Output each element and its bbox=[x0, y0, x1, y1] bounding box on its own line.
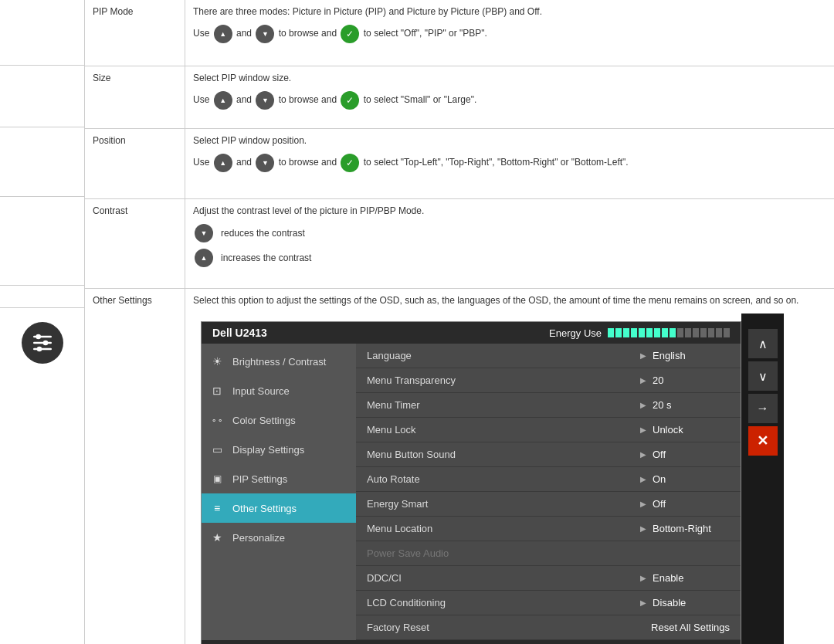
size-label: Size bbox=[85, 66, 185, 128]
panel-value-language: English bbox=[653, 350, 730, 361]
nav-right-button[interactable]: → bbox=[748, 394, 778, 423]
menu-item-input[interactable]: ⊡ Input Source bbox=[202, 376, 356, 405]
panel-row-ddc: DDC/CI ▶ Enable bbox=[356, 566, 741, 591]
menu-item-other[interactable]: ≡ Other Settings bbox=[202, 493, 356, 523]
osd-energy-section: Energy Use bbox=[549, 327, 730, 339]
osd-body: ☀ Brightness / Contrast ⊡ Input Source ⚬… bbox=[202, 344, 741, 640]
panel-value-lock: Unlock bbox=[653, 424, 730, 436]
energy-seg-5 bbox=[639, 328, 645, 337]
nav-down-button[interactable]: ∨ bbox=[748, 361, 778, 391]
contrast-content: Adjust the contrast level of the picture… bbox=[185, 199, 834, 288]
osd-left-menu: ☀ Brightness / Contrast ⊡ Input Source ⚬… bbox=[202, 344, 356, 640]
nav-buttons-panel: ∧ ∨ → ✕ bbox=[741, 314, 784, 644]
contrast-label: Contrast bbox=[85, 199, 185, 288]
panel-row-location: Menu Location ▶ Bottom-Right bbox=[356, 517, 741, 541]
panel-row-energy: Energy Smart ▶ Off bbox=[356, 492, 741, 517]
panel-label-transparency: Menu Transparency bbox=[367, 375, 634, 386]
menu-label-pip: PIP Settings bbox=[232, 473, 287, 485]
osd-footer: ⬛ Resolution: 1920 x 1200 @ 60Hz bbox=[202, 640, 741, 644]
panel-row-factory: Factory Reset Reset All Settings bbox=[356, 615, 741, 640]
up-circle-contrast bbox=[195, 249, 213, 267]
sliders-icon bbox=[30, 330, 55, 355]
panel-label-energy: Energy Smart bbox=[367, 498, 634, 510]
menu-item-brightness[interactable]: ☀ Brightness / Contrast bbox=[202, 347, 356, 376]
up-circle-3 bbox=[214, 154, 232, 172]
other-settings-icon-cell bbox=[0, 308, 84, 644]
osd-model-name: Dell U2413 bbox=[212, 327, 267, 339]
check-circle-2 bbox=[341, 91, 359, 110]
display-icon: ▭ bbox=[209, 442, 225, 457]
svg-rect-2 bbox=[33, 348, 52, 351]
panel-value-sound: Off bbox=[653, 449, 730, 460]
energy-seg-4 bbox=[631, 328, 637, 337]
panel-row-language: Language ▶ English bbox=[356, 344, 741, 368]
other-settings-content: Select this option to adjust the setting… bbox=[185, 289, 834, 644]
panel-label-lcd: LCD Conditioning bbox=[367, 597, 634, 608]
energy-seg-3 bbox=[623, 328, 629, 337]
nav-close-button[interactable]: ✕ bbox=[748, 426, 778, 456]
menu-label-other: Other Settings bbox=[232, 503, 297, 514]
arrow-energy: ▶ bbox=[640, 500, 646, 508]
osd-panel: Dell U2413 Energy Use bbox=[201, 321, 741, 644]
input-icon: ⊡ bbox=[209, 383, 225, 398]
nav-up-button[interactable]: ∧ bbox=[748, 329, 778, 358]
arrow-lock: ▶ bbox=[640, 425, 646, 434]
settings-icon bbox=[22, 322, 63, 364]
pip-mode-content: There are three modes: Picture in Pictur… bbox=[185, 0, 834, 66]
pip-mode-label: PIP Mode bbox=[85, 0, 185, 66]
arrow-sound: ▶ bbox=[640, 450, 646, 459]
svg-point-3 bbox=[36, 334, 41, 340]
arrow-rotate: ▶ bbox=[640, 475, 646, 483]
other-icon: ≡ bbox=[209, 500, 225, 516]
panel-label-sound: Menu Button Sound bbox=[367, 449, 634, 460]
panel-label-powersave: Power Save Audio bbox=[367, 547, 730, 559]
energy-seg-15 bbox=[716, 328, 722, 337]
menu-item-color[interactable]: ⚬⚬ Color Settings bbox=[202, 405, 356, 435]
menu-item-personalize[interactable]: ★ Personalize bbox=[202, 523, 356, 552]
personalize-icon: ★ bbox=[209, 530, 225, 545]
arrow-lcd: ▶ bbox=[640, 598, 646, 607]
menu-item-display[interactable]: ▭ Display Settings bbox=[202, 435, 356, 464]
panel-value-timer: 20 s bbox=[653, 399, 730, 411]
other-settings-label: Other Settings bbox=[85, 289, 185, 644]
energy-seg-6 bbox=[646, 328, 653, 337]
position-label: Position bbox=[85, 129, 185, 198]
panel-label-rotate: Auto Rotate bbox=[367, 473, 634, 485]
osd-right-panel: Language ▶ English Menu Transparency ▶ 2… bbox=[356, 344, 741, 640]
panel-row-sound: Menu Button Sound ▶ Off bbox=[356, 442, 741, 467]
svg-point-5 bbox=[36, 347, 42, 352]
energy-seg-9 bbox=[670, 328, 676, 337]
energy-seg-11 bbox=[685, 328, 691, 337]
down-circle-1 bbox=[256, 25, 274, 43]
arrow-location: ▶ bbox=[640, 524, 646, 533]
panel-row-lcd: LCD Conditioning ▶ Disable bbox=[356, 591, 741, 615]
panel-row-transparency: Menu Transparency ▶ 20 bbox=[356, 368, 741, 393]
down-circle-contrast bbox=[195, 224, 213, 242]
svg-rect-1 bbox=[33, 342, 52, 344]
panel-value-lcd: Disable bbox=[653, 597, 730, 608]
panel-row-powersave: Power Save Audio bbox=[356, 541, 741, 566]
energy-seg-7 bbox=[654, 328, 660, 337]
menu-label-input: Input Source bbox=[232, 385, 290, 397]
pip-icon: ▣ bbox=[209, 471, 225, 486]
position-content: Select PIP window position. Use and to b… bbox=[185, 129, 834, 198]
osd-header: Dell U2413 Energy Use bbox=[202, 322, 741, 344]
panel-value-factory: Reset All Settings bbox=[651, 622, 730, 633]
menu-item-pip[interactable]: ▣ PIP Settings bbox=[202, 464, 356, 493]
up-circle-1 bbox=[214, 25, 232, 43]
color-icon: ⚬⚬ bbox=[209, 412, 225, 428]
menu-label-display: Display Settings bbox=[232, 444, 304, 456]
svg-point-4 bbox=[42, 341, 48, 346]
panel-label-timer: Menu Timer bbox=[367, 399, 634, 411]
energy-seg-14 bbox=[708, 328, 714, 337]
panel-label-ddc: DDC/CI bbox=[367, 572, 634, 584]
arrow-ddc: ▶ bbox=[640, 574, 646, 582]
arrow-timer: ▶ bbox=[640, 401, 646, 409]
energy-seg-2 bbox=[615, 328, 622, 337]
energy-seg-13 bbox=[700, 328, 707, 337]
panel-label-lock: Menu Lock bbox=[367, 424, 634, 436]
down-circle-3 bbox=[256, 154, 274, 172]
menu-label-personalize: Personalize bbox=[232, 532, 285, 544]
check-circle-3 bbox=[341, 154, 359, 172]
energy-seg-10 bbox=[677, 328, 683, 337]
